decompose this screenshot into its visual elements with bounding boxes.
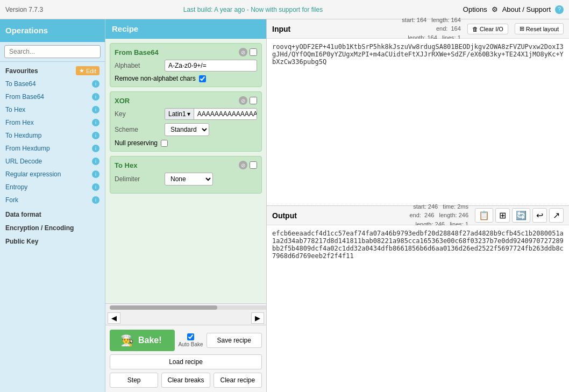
output-textarea[interactable]: efcb6eeaadcf4d1cc57eaf74fa07a46b9793edbf… (267, 225, 569, 392)
version-label: Version 7.7.3 (5, 6, 43, 13)
info-icon[interactable]: i (92, 145, 99, 152)
from-base64-label: From Base64 (5, 93, 44, 101)
options-link[interactable]: Options (463, 5, 487, 13)
load-recipe-button[interactable]: Load recipe (110, 354, 262, 369)
favourites-section-label: Favourites (5, 67, 38, 75)
null-label: Null preserving (115, 139, 158, 147)
info-icon[interactable]: i (92, 196, 99, 204)
key-prefix[interactable]: Latin1 ▾ (165, 109, 194, 119)
sidebar-item-from-base64[interactable]: From Base64 i (0, 90, 105, 103)
sidebar-item-to-hex[interactable]: To Hex i (0, 103, 105, 116)
chef-icon: 👨‍🍳 (120, 334, 134, 347)
alphabet-label: Alphabet (115, 62, 160, 69)
entropy-label: Entropy (5, 183, 27, 191)
scroll-right-button[interactable]: ▶ (251, 312, 264, 324)
info-icon[interactable]: i (92, 132, 99, 139)
sidebar-item-url-decode[interactable]: URL Decode i (0, 155, 105, 168)
input-title: Input (272, 25, 290, 33)
star-icon: ★ (79, 67, 84, 74)
scheme-label: Scheme (115, 126, 160, 133)
data-format-category: Data format (0, 206, 105, 220)
scroll-left-button[interactable]: ◀ (108, 312, 120, 324)
edit-favourites-button[interactable]: ★ Edit (76, 66, 99, 75)
fork-label: Fork (5, 196, 18, 204)
recipe-title: Recipe (105, 19, 266, 39)
key-prefix-label: Latin1 (168, 110, 186, 118)
op-enable-checkbox[interactable] (250, 48, 257, 56)
about-link[interactable]: About / Support (502, 5, 551, 13)
to-hex-label: To Hex (5, 106, 25, 113)
delimiter-select[interactable]: None (165, 173, 213, 186)
output-title: Output (272, 211, 297, 220)
edit-label: Edit (86, 68, 96, 74)
remove-nonalpha-checkbox[interactable] (199, 75, 206, 82)
sidebar-item-regex[interactable]: Regular expression i (0, 168, 105, 181)
copy-output-btn2[interactable]: ⊞ (495, 208, 510, 223)
clear-io-label: Clear I/O (480, 26, 503, 32)
bake-button[interactable]: 👨‍🍳 Bake! (110, 330, 175, 351)
null-preserving-checkbox[interactable] (161, 140, 168, 147)
key-label: Key (115, 110, 160, 118)
clear-breaks-button[interactable]: Clear breaks (161, 373, 210, 388)
clear-recipe-button[interactable]: Clear recipe (214, 373, 262, 388)
info-icon[interactable]: i (92, 80, 99, 88)
sidebar-item-from-hex[interactable]: From Hex i (0, 116, 105, 129)
tohex-enable-checkbox[interactable] (250, 161, 257, 169)
send-to-input-button[interactable]: 🔄 (512, 208, 530, 223)
info-icon[interactable]: i (92, 119, 99, 126)
sidebar-item-to-base64[interactable]: To Base64 i (0, 77, 105, 90)
search-input[interactable] (4, 45, 101, 58)
sidebar-item-to-hexdump[interactable]: To Hexdump i (0, 129, 105, 142)
to-hex-op: To Hex ⊘ Delimiter None (110, 156, 262, 194)
bake-label: Bake! (138, 336, 162, 345)
alphabet-input[interactable] (165, 60, 257, 72)
info-icon[interactable]: i (92, 93, 99, 101)
url-decode-label: URL Decode (5, 158, 42, 165)
input-textarea[interactable]: roovq+yODF2EP+41u0b1KtbSrP5hk8kJszuVw8rd… (267, 39, 569, 205)
null-preserving-row: Null preserving (115, 139, 257, 147)
input-meta: start: 164 length: 164 end: 164 length: … (402, 16, 461, 42)
encryption-category: Encryption / Encoding (0, 220, 105, 233)
disable-op-button[interactable]: ⊘ (239, 48, 247, 56)
delimiter-label: Delimiter (115, 175, 160, 183)
bin-icon: 🗑 (472, 26, 478, 32)
to-hexdump-label: To Hexdump (5, 132, 41, 139)
gear-icon: ⚙ (492, 5, 498, 13)
help-icon: ? (555, 5, 564, 14)
to-base64-label: To Base64 (5, 80, 36, 88)
public-key-category: Public Key (0, 233, 105, 247)
from-base64-op-title: From Base64 (115, 48, 159, 56)
disable-tohex-button[interactable]: ⊘ (239, 161, 247, 169)
info-icon[interactable]: i (92, 183, 99, 191)
clear-io-button[interactable]: 🗑 Clear I/O (467, 24, 508, 34)
step-button[interactable]: Step (110, 373, 158, 388)
copy-output-button[interactable]: 📋 (475, 208, 493, 223)
expand-button[interactable]: ↗ (549, 208, 564, 223)
sidebar-item-fork[interactable]: Fork i (0, 194, 105, 206)
from-base64-op: From Base64 ⊘ Alphabet Remove non-alphab… (110, 43, 262, 87)
auto-bake-checkbox[interactable] (187, 333, 194, 340)
sidebar-item-entropy[interactable]: Entropy i (0, 181, 105, 194)
from-hexdump-label: From Hexdump (5, 145, 50, 152)
remove-label: Remove non-alphabet chars (115, 75, 196, 82)
save-recipe-button[interactable]: Save recipe (207, 333, 262, 348)
info-icon[interactable]: i (92, 158, 99, 165)
reset-icon: ⊞ (520, 25, 524, 32)
output-meta: start: 246 time: 2ms end: 246 length: 24… (409, 202, 468, 229)
scheme-select[interactable]: Standard (165, 123, 209, 136)
xor-enable-checkbox[interactable] (250, 97, 257, 104)
sidebar-item-from-hexdump[interactable]: From Hexdump i (0, 142, 105, 155)
info-icon[interactable]: i (92, 106, 99, 113)
from-hex-label: From Hex (5, 119, 34, 126)
reset-layout-label: Reset layout (526, 26, 559, 32)
remove-nonalpha-row: Remove non-alphabet chars (115, 75, 257, 82)
reset-layout-button[interactable]: ⊞ Reset layout (515, 23, 564, 34)
undo-button[interactable]: ↩ (532, 208, 547, 223)
disable-xor-button[interactable]: ⊘ (239, 96, 247, 105)
to-hex-op-title: To Hex (115, 161, 137, 169)
info-icon[interactable]: i (92, 170, 99, 178)
build-info: Last build: A year ago - Now with suppor… (43, 6, 463, 13)
xor-op: XOR ⊘ Key Latin1 ▾ (110, 91, 262, 152)
recipe-scrollbar[interactable] (105, 303, 266, 311)
key-value-input[interactable] (194, 109, 257, 119)
